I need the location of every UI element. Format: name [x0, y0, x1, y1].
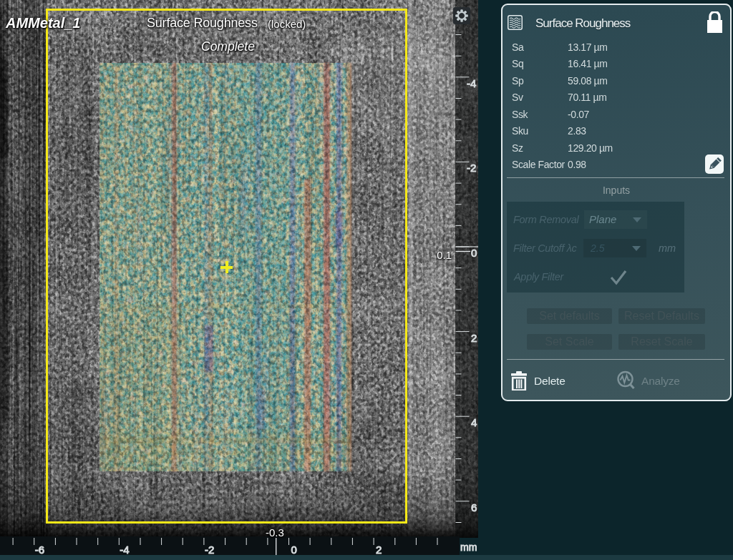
svg-text:-4: -4: [467, 77, 476, 89]
svg-text:0: 0: [291, 544, 297, 556]
svg-text:4: 4: [471, 416, 477, 428]
svg-text:2: 2: [471, 332, 477, 344]
svg-text:0: 0: [471, 247, 477, 259]
svg-text:2: 2: [376, 544, 382, 556]
svg-text:-2: -2: [205, 544, 214, 556]
svg-text:-6: -6: [35, 544, 44, 556]
svg-text:mm: mm: [460, 541, 477, 553]
svg-text:6: 6: [471, 501, 477, 514]
svg-text:-2: -2: [467, 162, 476, 174]
svg-text:-4: -4: [120, 544, 129, 556]
